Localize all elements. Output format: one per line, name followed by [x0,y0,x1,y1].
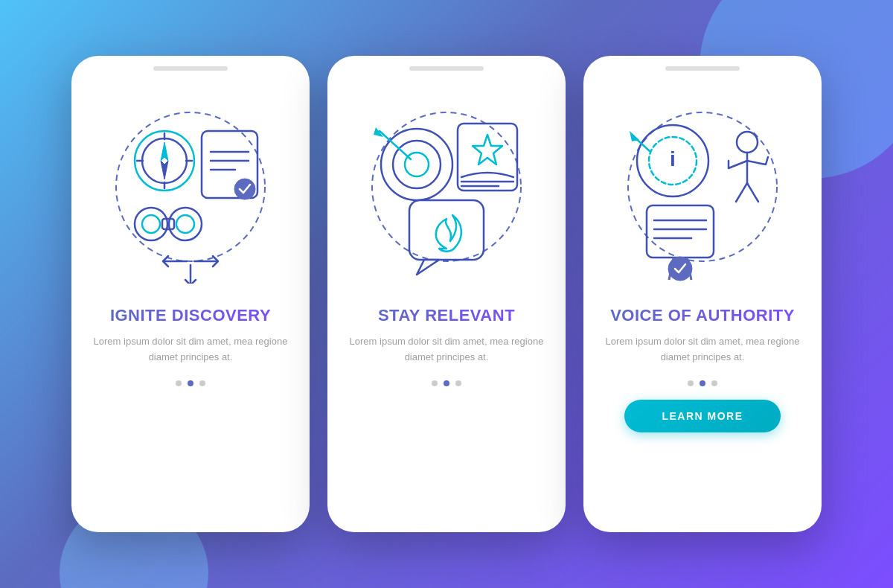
phone-screen-2: STAY RELEVANT Lorem ipsum dolor sit dim … [327,56,566,532]
dots-2 [432,380,461,386]
svg-point-24 [393,141,441,188]
phone-screen-1: IGNITE DISCOVERY Lorem ipsum dolor sit d… [71,56,310,532]
dot-1-3 [199,380,205,386]
svg-point-40 [737,132,758,153]
notch-bar-3 [665,66,740,71]
phone-screen-3: i [583,56,822,532]
dot-3-1 [688,380,694,386]
svg-line-42 [736,183,747,202]
svg-line-43 [747,183,758,202]
svg-marker-39 [630,131,639,141]
learn-more-button[interactable]: LEARN MORE [624,400,780,432]
voice-authority-illustration: i [606,90,799,284]
illustration-area-1 [71,75,310,298]
screen-title-3: VOICE OF AUTHORITY [610,306,795,325]
screen-description-2: Lorem ipsum dolor sit dim amet, mea regi… [345,334,548,365]
stay-relevant-illustration [350,90,543,284]
screen-description-3: Lorem ipsum dolor sit dim amet, mea regi… [601,334,804,365]
svg-marker-33 [417,260,439,275]
screen-description-1: Lorem ipsum dolor sit dim amet, mea regi… [89,334,292,365]
illustration-area-3: i [583,75,822,298]
screen-title-2: STAY RELEVANT [378,306,515,325]
svg-rect-44 [647,205,714,258]
svg-point-13 [234,179,255,199]
dot-2-2 [444,380,449,386]
svg-point-18 [176,215,194,233]
notch-bar-1 [153,66,228,71]
dot-2-1 [432,380,438,386]
illustration-area-2 [327,75,566,298]
dot-2-3 [455,380,461,386]
screen-title-1: IGNITE DISCOVERY [110,306,271,325]
dot-1-2 [188,380,193,386]
dot-3-2 [700,380,705,386]
svg-point-23 [381,129,452,200]
dot-3-3 [711,380,717,386]
dots-3 [688,380,717,386]
ignite-discovery-illustration [94,90,287,284]
dot-1-1 [176,380,182,386]
svg-marker-29 [473,135,502,164]
content-area-2: STAY RELEVANT Lorem ipsum dolor sit dim … [327,298,566,386]
screens-container: IGNITE DISCOVERY Lorem ipsum dolor sit d… [71,56,822,532]
content-area-3: VOICE OF AUTHORITY Lorem ipsum dolor sit… [583,298,822,432]
content-area-1: IGNITE DISCOVERY Lorem ipsum dolor sit d… [71,298,310,386]
notch-bar-2 [409,66,484,71]
svg-point-17 [142,215,160,233]
svg-text:i: i [670,147,676,170]
svg-marker-4 [161,161,168,179]
dots-1 [176,380,205,386]
svg-marker-3 [161,142,168,161]
